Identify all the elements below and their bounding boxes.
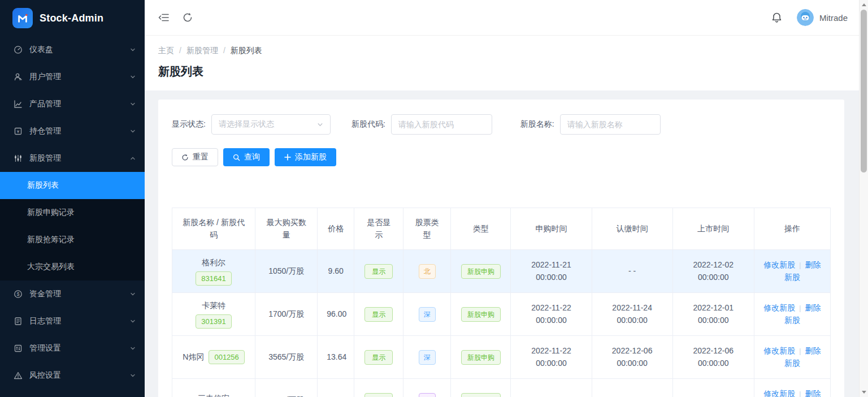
sidebar-item-label: 持仓管理	[29, 126, 123, 136]
edit-stock-link[interactable]: 修改新股	[763, 346, 795, 355]
chevron-down-icon	[130, 74, 136, 80]
dashboard-icon	[14, 45, 23, 54]
sidebar-item-dashboard[interactable]: 仪表盘	[0, 36, 145, 63]
scroll-down-arrow-icon[interactable]	[862, 391, 866, 394]
display-cell: 显示	[354, 379, 403, 397]
list-time-cell: 2022-12-02 00:00:00	[672, 250, 754, 293]
sidebar-subitem-label: 大宗交易列表	[27, 262, 136, 272]
stock-name-group: 新股名称:	[520, 114, 661, 135]
sidebar-item-label: 新股管理	[29, 153, 123, 163]
display-cell: 显示	[354, 336, 403, 379]
page-title: 新股列表	[158, 64, 845, 79]
sidebar-item-ipo-management[interactable]: 新股管理	[0, 145, 145, 172]
stock-type-cell: 深	[403, 336, 451, 379]
query-button-label: 查询	[244, 152, 260, 162]
sidebar-item-label: 用户管理	[29, 72, 123, 82]
breadcrumb-home[interactable]: 主页	[158, 46, 186, 56]
pay-time-cell: 2022-11-24 00:00:00	[592, 293, 672, 336]
price-cell: 9.60	[318, 250, 354, 293]
reset-icon	[181, 154, 189, 161]
svg-text:$: $	[16, 291, 19, 297]
svg-text:¥: ¥	[16, 129, 20, 134]
name-code-cell: 三未信安	[172, 379, 255, 397]
sidebar-item-position-management[interactable]: ¥ 持仓管理	[0, 118, 145, 145]
sidebar-item-label: 产品管理	[29, 99, 123, 109]
apply-time-cell: 2022-11-22 00:00:00	[511, 336, 592, 379]
stock-code-input[interactable]	[391, 114, 492, 135]
sidebar-subitem-ipo-list[interactable]: 新股列表	[0, 172, 145, 199]
reset-button[interactable]: 重置	[172, 148, 218, 166]
sidebar-item-user-management[interactable]: 用户管理	[0, 63, 145, 90]
stock-name: N炜冈	[183, 351, 204, 364]
vertical-scrollbar[interactable]	[859, 0, 868, 397]
chevron-down-icon	[130, 318, 136, 324]
sidebar-subitem-ipo-subscription-records[interactable]: 新股申购记录	[0, 199, 145, 226]
sidebar-collapse-icon[interactable]	[158, 12, 170, 23]
stock-code-badge: 001256	[209, 350, 244, 364]
display-status-select[interactable]: 请选择显示状态	[211, 114, 331, 135]
content: 显示状态: 请选择显示状态 新股代码: 新股名称:	[145, 90, 859, 397]
list-time-cell: 2022-12-06 00:00:00	[672, 336, 754, 379]
query-button[interactable]: 查询	[223, 148, 270, 166]
edit-stock-link[interactable]: 修改新股	[763, 303, 795, 312]
table-header-row: 新股名称 / 新股代码 最大购买数量 价格 是否显示 股票类型 类型 申购时间 …	[172, 208, 831, 250]
stock-name-label: 新股名称:	[520, 119, 554, 130]
breadcrumb-ipo-management[interactable]: 新股管理	[186, 46, 231, 56]
stock-type-cell: 深	[403, 293, 451, 336]
sidebar-item-label: 管理设置	[29, 343, 123, 353]
edit-stock-link[interactable]: 修改新股	[763, 389, 795, 397]
divider	[795, 260, 805, 269]
type-cell: 新股申购	[451, 379, 511, 397]
filter-row: 显示状态: 请选择显示状态 新股代码: 新股名称:	[172, 114, 831, 135]
display-badge: 显示	[364, 264, 393, 279]
scrollbar-thumb[interactable]	[861, 10, 867, 172]
col-list-time: 上市时间	[672, 208, 754, 250]
main-area: Mitrade 主页 新股管理 新股列表 新股列表 显示状态: 请选择显示状态	[145, 0, 859, 397]
price-cell: 96.00	[318, 293, 354, 336]
warning-triangle-icon	[14, 371, 23, 380]
user-name[interactable]: Mitrade	[819, 13, 848, 23]
stock-name: 卡莱特	[181, 300, 246, 312]
sidebar-item-risk-settings[interactable]: 风控设置	[0, 362, 145, 389]
type-badge: 新股申购	[461, 307, 501, 322]
button-row: 重置 查询 添加新股	[172, 148, 831, 166]
stock-type-cell: 沪	[403, 379, 451, 397]
table-row: 三未信安 1914/万股 78.90 显示 沪 新股申购 2022-11-23 …	[172, 379, 831, 397]
table-row: 格利尔 831641 1050/万股 9.60 显示 北 新股申购 2022-1…	[172, 250, 831, 293]
refresh-icon[interactable]	[182, 12, 193, 23]
scroll-up-arrow-icon[interactable]	[862, 3, 866, 6]
max-qty-cell: 1050/万股	[255, 250, 318, 293]
edit-stock-link[interactable]: 修改新股	[763, 260, 795, 269]
sidebar-item-fund-management[interactable]: $ 资金管理	[0, 281, 145, 308]
display-badge: 显示	[364, 393, 393, 397]
list-time-cell: 2022-12-01 00:00:00	[672, 293, 754, 336]
topbar: Mitrade	[145, 0, 859, 36]
sidebar-item-label: 风控设置	[29, 370, 123, 381]
chevron-down-icon	[130, 346, 136, 351]
col-apply-time: 申购时间	[511, 208, 592, 250]
actions-cell: 修改新股删除新股	[754, 293, 830, 336]
display-badge: 显示	[364, 350, 393, 365]
notification-bell-icon[interactable]	[771, 12, 782, 24]
sidebar-item-label: 资金管理	[29, 289, 123, 299]
app-window: Stock-Admin 仪表盘 用户管理 产品管理 ¥ 持仓管理 新股管理	[0, 0, 868, 397]
col-price: 价格	[318, 208, 354, 250]
sidebar-item-log-management[interactable]: 日志管理	[0, 308, 145, 335]
page-head: 主页 新股管理 新股列表 新股列表	[145, 36, 859, 90]
type-badge: 新股申购	[461, 393, 501, 397]
sidebar-item-admin-settings[interactable]: 管理设置	[0, 335, 145, 362]
user-avatar[interactable]	[797, 9, 814, 26]
logo-row: Stock-Admin	[0, 0, 145, 36]
display-status-label: 显示状态:	[172, 119, 206, 130]
add-stock-button[interactable]: 添加新股	[275, 148, 336, 166]
stock-name-input[interactable]	[560, 114, 661, 135]
candlestick-icon	[14, 154, 23, 163]
sidebar-subitem-block-trade-list[interactable]: 大宗交易列表	[0, 253, 145, 281]
sidebar-item-product-management[interactable]: 产品管理	[0, 90, 145, 118]
sidebar-subitem-ipo-grab-records[interactable]: 新股抢筹记录	[0, 226, 145, 253]
stock-code-label: 新股代码:	[351, 119, 385, 130]
reset-button-label: 重置	[193, 152, 209, 162]
chevron-up-icon	[130, 156, 136, 161]
apply-time-cell: 2022-11-21 00:00:00	[511, 250, 592, 293]
col-max-qty: 最大购买数量	[255, 208, 318, 250]
